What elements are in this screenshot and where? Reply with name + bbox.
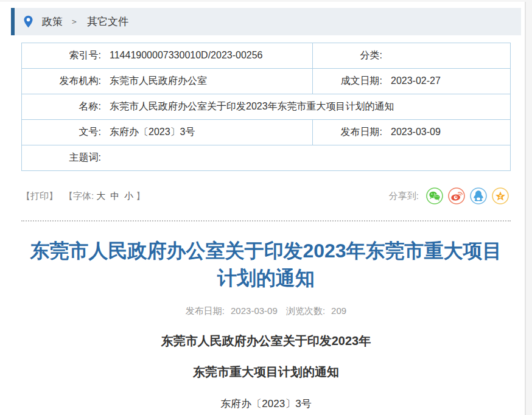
font-size-small-button[interactable]: 小 xyxy=(124,190,133,201)
field-value: 东莞市人民政府办公室关于印发2023年东莞市重大项目计划的通知 xyxy=(110,101,394,111)
field-keywords: 主题词: xyxy=(22,145,511,171)
field-label: 名称: xyxy=(22,100,101,113)
field-category: 分类: xyxy=(313,43,511,69)
document-info-table: 索引号:11441900007330010D/2023-00256 分类: 发布… xyxy=(21,43,511,171)
font-size-controls: 【字体:大中小】 xyxy=(64,190,145,202)
font-size-label-close: 】 xyxy=(136,190,145,201)
breadcrumb-separator-icon: ＞ xyxy=(70,16,79,27)
table-row: 发布机构:东莞市人民政府办公室 成文日期:2023-02-27 xyxy=(22,69,511,94)
field-value: 东府办〔2023〕3号 xyxy=(110,127,195,137)
table-row: 主题词: xyxy=(22,145,511,171)
publish-date-label: 发布日期: xyxy=(186,305,225,316)
table-row: 文号:东府办〔2023〕3号 发布日期:2023-03-09 xyxy=(22,120,511,145)
field-document-name: 名称:东莞市人民政府办公室关于印发2023年东莞市重大项目计划的通知 xyxy=(22,94,511,120)
field-document-number: 文号:东府办〔2023〕3号 xyxy=(22,120,313,145)
font-size-label: 【字体: xyxy=(64,190,94,201)
publish-date-value: 2023-03-09 xyxy=(231,305,278,316)
document-heading-line1: 东莞市人民政府办公室关于印发2023年 xyxy=(0,333,532,348)
share-label: 分享到: xyxy=(389,190,419,202)
page: 政策 ＞ 其它文件 索引号:11441900007330010D/2023-00… xyxy=(0,0,532,415)
field-publish-date: 发布日期:2023-03-09 xyxy=(313,120,511,145)
font-size-medium-button[interactable]: 中 xyxy=(110,190,119,201)
dotted-divider xyxy=(21,220,511,221)
document-heading-line2: 东莞市重大项目计划的通知 xyxy=(0,364,532,379)
share-weibo-icon[interactable] xyxy=(448,187,465,204)
page-right-gutter xyxy=(525,2,532,415)
article-meta: 发布日期:2023-03-09 浏览次数:209 xyxy=(0,305,532,317)
field-label: 文号: xyxy=(22,126,101,139)
field-label: 成文日期: xyxy=(313,75,382,88)
field-issuing-agency: 发布机构:东莞市人民政府办公室 xyxy=(22,69,313,94)
field-label: 分类: xyxy=(313,49,382,62)
field-value: 2023-02-27 xyxy=(391,75,441,86)
field-value: 11441900007330010D/2023-00256 xyxy=(110,50,263,60)
toolbar: 【打印】 【字体:大中小】 分享到: xyxy=(21,187,509,205)
breadcrumb-link-current[interactable]: 其它文件 xyxy=(87,15,128,29)
field-written-date: 成文日期:2023-02-27 xyxy=(313,69,511,94)
breadcrumb: 政策 ＞ 其它文件 xyxy=(11,8,521,35)
document-number: 东府办〔2023〕3号 xyxy=(0,397,532,411)
table-row: 名称:东莞市人民政府办公室关于印发2023年东莞市重大项目计划的通知 xyxy=(22,94,511,120)
share-wechat-icon[interactable] xyxy=(426,187,443,204)
print-button[interactable]: 【打印】 xyxy=(21,190,58,202)
field-label: 主题词: xyxy=(22,152,101,164)
location-pin-icon xyxy=(23,15,33,28)
share-qq-icon[interactable] xyxy=(470,187,487,204)
font-size-large-button[interactable]: 大 xyxy=(96,190,105,201)
field-index-number: 索引号:11441900007330010D/2023-00256 xyxy=(22,43,313,69)
field-label: 索引号: xyxy=(22,49,101,62)
share-bar: 分享到: xyxy=(389,187,509,204)
field-value: 东莞市人民政府办公室 xyxy=(110,75,207,86)
table-row: 索引号:11441900007330010D/2023-00256 分类: xyxy=(22,43,511,69)
views-value: 209 xyxy=(331,305,346,316)
breadcrumb-link-section[interactable]: 政策 xyxy=(42,15,63,29)
views-label: 浏览次数: xyxy=(286,305,325,316)
field-label: 发布日期: xyxy=(313,126,382,139)
field-label: 发布机构: xyxy=(22,75,101,88)
share-qzone-favorite-icon[interactable] xyxy=(492,187,509,204)
field-value: 2023-03-09 xyxy=(391,127,441,137)
article-title: 东莞市人民政府办公室关于印发2023年东莞市重大项目计划的通知 xyxy=(23,237,509,292)
